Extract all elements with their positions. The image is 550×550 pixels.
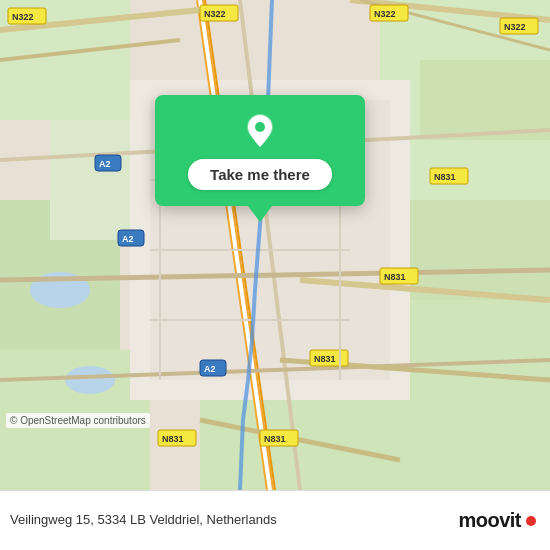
moovit-logo-dot [526,516,536,526]
moovit-logo-text: moovit [458,509,521,532]
location-pin-icon [242,113,278,149]
svg-text:N322: N322 [204,9,226,19]
svg-text:N831: N831 [162,434,184,444]
address-text: Veilingweg 15, 5334 LB Velddriel, Nether… [10,511,277,529]
svg-point-11 [65,366,115,394]
svg-text:N831: N831 [314,354,336,364]
svg-text:A2: A2 [204,364,216,374]
svg-text:N831: N831 [264,434,286,444]
footer: Veilingweg 15, 5334 LB Velddriel, Nether… [0,490,550,550]
svg-text:N322: N322 [504,22,526,32]
svg-rect-8 [420,60,550,140]
take-me-there-button[interactable]: Take me there [188,159,332,190]
svg-text:N322: N322 [374,9,396,19]
svg-text:N322: N322 [12,12,34,22]
popup-card: Take me there [155,95,365,206]
svg-text:N831: N831 [434,172,456,182]
svg-point-58 [255,122,265,132]
popup-tail [248,206,272,222]
map-attribution: © OpenStreetMap contributors [6,413,150,428]
moovit-logo: moovit [458,509,536,532]
svg-text:N831: N831 [384,272,406,282]
svg-text:A2: A2 [99,159,111,169]
map-container[interactable]: N322 N322 N322 N322 A2 A2 A2 N831 N831 N… [0,0,550,490]
svg-text:A2: A2 [122,234,134,244]
